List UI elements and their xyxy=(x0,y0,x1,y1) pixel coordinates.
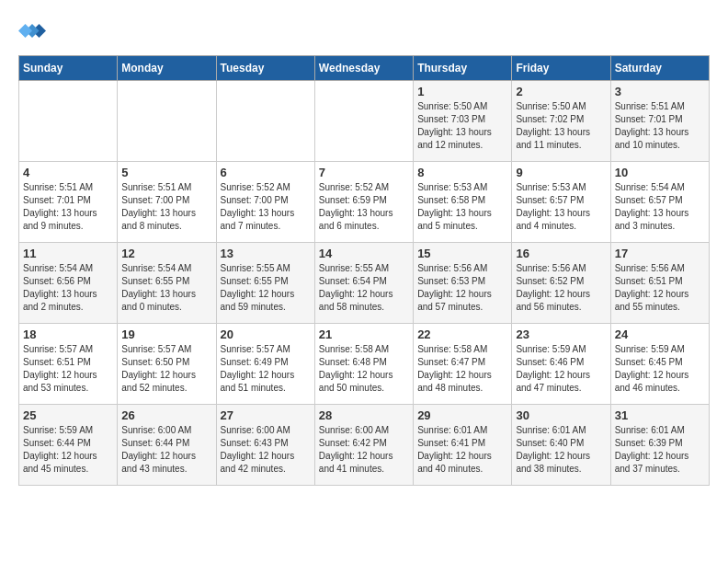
day-number: 4 xyxy=(23,166,113,179)
day-number: 6 xyxy=(221,166,311,179)
day-number: 17 xyxy=(615,247,705,260)
day-info: Sunrise: 5:52 AM Sunset: 7:00 PM Dayligh… xyxy=(221,181,311,233)
day-info: Sunrise: 5:58 AM Sunset: 6:47 PM Dayligh… xyxy=(417,343,507,395)
calendar-cell: 4Sunrise: 5:51 AM Sunset: 7:01 PM Daylig… xyxy=(19,162,118,243)
calendar-table: SundayMondayTuesdayWednesdayThursdayFrid… xyxy=(18,55,710,486)
calendar-cell: 30Sunrise: 6:01 AM Sunset: 6:40 PM Dayli… xyxy=(512,405,610,486)
day-number: 29 xyxy=(417,408,507,422)
calendar-cell: 16Sunrise: 5:56 AM Sunset: 6:52 PM Dayli… xyxy=(512,243,610,324)
calendar-cell: 17Sunrise: 5:56 AM Sunset: 6:51 PM Dayli… xyxy=(610,243,709,324)
weekday-header: Monday xyxy=(118,56,216,81)
day-number: 7 xyxy=(319,166,409,179)
calendar-cell: 13Sunrise: 5:55 AM Sunset: 6:55 PM Dayli… xyxy=(216,243,314,324)
day-info: Sunrise: 5:57 AM Sunset: 6:50 PM Dayligh… xyxy=(121,343,211,395)
day-number: 30 xyxy=(516,408,606,422)
day-number: 27 xyxy=(221,408,311,422)
day-number: 5 xyxy=(121,166,211,179)
calendar-cell: 9Sunrise: 5:53 AM Sunset: 6:57 PM Daylig… xyxy=(512,162,610,243)
day-info: Sunrise: 5:55 AM Sunset: 6:55 PM Dayligh… xyxy=(221,262,311,314)
day-info: Sunrise: 5:53 AM Sunset: 6:57 PM Dayligh… xyxy=(516,181,606,233)
calendar-header: SundayMondayTuesdayWednesdayThursdayFrid… xyxy=(19,56,710,81)
day-info: Sunrise: 5:56 AM Sunset: 6:52 PM Dayligh… xyxy=(516,262,606,314)
day-info: Sunrise: 6:00 AM Sunset: 6:43 PM Dayligh… xyxy=(221,424,311,476)
day-info: Sunrise: 6:00 AM Sunset: 6:44 PM Dayligh… xyxy=(121,424,211,476)
day-info: Sunrise: 5:54 AM Sunset: 6:56 PM Dayligh… xyxy=(23,262,113,314)
day-info: Sunrise: 5:58 AM Sunset: 6:48 PM Dayligh… xyxy=(319,343,409,395)
day-number: 14 xyxy=(319,247,409,260)
calendar-cell xyxy=(216,81,314,162)
day-info: Sunrise: 5:52 AM Sunset: 6:59 PM Dayligh… xyxy=(319,181,409,233)
logo-icon xyxy=(18,18,46,46)
day-number: 16 xyxy=(516,247,606,260)
day-info: Sunrise: 5:57 AM Sunset: 6:51 PM Dayligh… xyxy=(23,343,113,395)
day-number: 23 xyxy=(516,327,606,341)
day-info: Sunrise: 5:51 AM Sunset: 7:00 PM Dayligh… xyxy=(121,181,211,233)
day-number: 8 xyxy=(417,166,507,179)
day-number: 19 xyxy=(121,327,211,341)
weekday-header: Wednesday xyxy=(314,56,413,81)
calendar-cell: 12Sunrise: 5:54 AM Sunset: 6:55 PM Dayli… xyxy=(118,243,216,324)
calendar-cell: 19Sunrise: 5:57 AM Sunset: 6:50 PM Dayli… xyxy=(118,324,216,405)
weekday-header: Thursday xyxy=(414,56,512,81)
day-number: 10 xyxy=(615,166,705,179)
day-info: Sunrise: 5:59 AM Sunset: 6:44 PM Dayligh… xyxy=(23,424,113,476)
calendar-cell: 20Sunrise: 5:57 AM Sunset: 6:49 PM Dayli… xyxy=(216,324,314,405)
calendar-cell: 11Sunrise: 5:54 AM Sunset: 6:56 PM Dayli… xyxy=(19,243,118,324)
day-info: Sunrise: 5:53 AM Sunset: 6:58 PM Dayligh… xyxy=(417,181,507,233)
calendar-cell: 1Sunrise: 5:50 AM Sunset: 7:03 PM Daylig… xyxy=(414,81,512,162)
page-header xyxy=(18,18,710,46)
day-number: 26 xyxy=(121,408,211,422)
calendar-cell xyxy=(118,81,216,162)
day-number: 11 xyxy=(23,247,113,260)
day-number: 31 xyxy=(615,408,705,422)
calendar-cell: 18Sunrise: 5:57 AM Sunset: 6:51 PM Dayli… xyxy=(19,324,118,405)
calendar-cell: 29Sunrise: 6:01 AM Sunset: 6:41 PM Dayli… xyxy=(414,405,512,486)
calendar-week-row: 11Sunrise: 5:54 AM Sunset: 6:56 PM Dayli… xyxy=(19,243,710,324)
calendar-cell: 24Sunrise: 5:59 AM Sunset: 6:45 PM Dayli… xyxy=(610,324,709,405)
day-info: Sunrise: 5:50 AM Sunset: 7:03 PM Dayligh… xyxy=(417,100,507,152)
calendar-week-row: 4Sunrise: 5:51 AM Sunset: 7:01 PM Daylig… xyxy=(19,162,710,243)
weekday-header: Friday xyxy=(512,56,610,81)
calendar-week-row: 1Sunrise: 5:50 AM Sunset: 7:03 PM Daylig… xyxy=(19,81,710,162)
calendar-cell: 27Sunrise: 6:00 AM Sunset: 6:43 PM Dayli… xyxy=(216,405,314,486)
day-number: 2 xyxy=(516,85,606,98)
day-info: Sunrise: 5:50 AM Sunset: 7:02 PM Dayligh… xyxy=(516,100,606,152)
day-number: 22 xyxy=(417,327,507,341)
calendar-cell: 8Sunrise: 5:53 AM Sunset: 6:58 PM Daylig… xyxy=(414,162,512,243)
calendar-cell: 6Sunrise: 5:52 AM Sunset: 7:00 PM Daylig… xyxy=(216,162,314,243)
day-info: Sunrise: 6:01 AM Sunset: 6:39 PM Dayligh… xyxy=(615,424,705,476)
day-info: Sunrise: 5:54 AM Sunset: 6:57 PM Dayligh… xyxy=(615,181,705,233)
calendar-week-row: 18Sunrise: 5:57 AM Sunset: 6:51 PM Dayli… xyxy=(19,324,710,405)
calendar-cell: 2Sunrise: 5:50 AM Sunset: 7:02 PM Daylig… xyxy=(512,81,610,162)
calendar-body: 1Sunrise: 5:50 AM Sunset: 7:03 PM Daylig… xyxy=(19,81,710,486)
day-info: Sunrise: 5:59 AM Sunset: 6:46 PM Dayligh… xyxy=(516,343,606,395)
calendar-cell xyxy=(19,81,118,162)
calendar-cell: 14Sunrise: 5:55 AM Sunset: 6:54 PM Dayli… xyxy=(314,243,413,324)
calendar-cell: 21Sunrise: 5:58 AM Sunset: 6:48 PM Dayli… xyxy=(314,324,413,405)
weekday-header: Tuesday xyxy=(216,56,314,81)
calendar-cell: 28Sunrise: 6:00 AM Sunset: 6:42 PM Dayli… xyxy=(314,405,413,486)
calendar-cell: 10Sunrise: 5:54 AM Sunset: 6:57 PM Dayli… xyxy=(610,162,709,243)
calendar-cell: 31Sunrise: 6:01 AM Sunset: 6:39 PM Dayli… xyxy=(610,405,709,486)
day-info: Sunrise: 5:51 AM Sunset: 7:01 PM Dayligh… xyxy=(615,100,705,152)
calendar-cell: 26Sunrise: 6:00 AM Sunset: 6:44 PM Dayli… xyxy=(118,405,216,486)
day-number: 21 xyxy=(319,327,409,341)
day-number: 25 xyxy=(23,408,113,422)
weekday-header: Saturday xyxy=(610,56,709,81)
calendar-cell: 15Sunrise: 5:56 AM Sunset: 6:53 PM Dayli… xyxy=(414,243,512,324)
day-info: Sunrise: 5:51 AM Sunset: 7:01 PM Dayligh… xyxy=(23,181,113,233)
logo xyxy=(18,18,48,46)
day-number: 13 xyxy=(221,247,311,260)
weekday-header: Sunday xyxy=(19,56,118,81)
calendar-week-row: 25Sunrise: 5:59 AM Sunset: 6:44 PM Dayli… xyxy=(19,405,710,486)
day-info: Sunrise: 5:56 AM Sunset: 6:53 PM Dayligh… xyxy=(417,262,507,314)
calendar-cell: 5Sunrise: 5:51 AM Sunset: 7:00 PM Daylig… xyxy=(118,162,216,243)
calendar-cell: 22Sunrise: 5:58 AM Sunset: 6:47 PM Dayli… xyxy=(414,324,512,405)
day-number: 15 xyxy=(417,247,507,260)
day-number: 12 xyxy=(121,247,211,260)
day-info: Sunrise: 5:54 AM Sunset: 6:55 PM Dayligh… xyxy=(121,262,211,314)
calendar-cell: 25Sunrise: 5:59 AM Sunset: 6:44 PM Dayli… xyxy=(19,405,118,486)
day-number: 18 xyxy=(23,327,113,341)
day-number: 20 xyxy=(221,327,311,341)
day-info: Sunrise: 5:55 AM Sunset: 6:54 PM Dayligh… xyxy=(319,262,409,314)
